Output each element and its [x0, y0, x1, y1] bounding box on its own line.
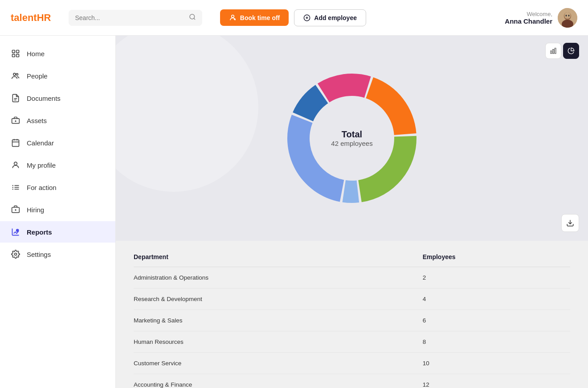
sidebar-label-people: People	[27, 72, 48, 80]
hiring-icon	[11, 205, 20, 215]
sidebar-item-my-profile[interactable]: My profile	[0, 154, 115, 176]
bar-chart-toggle-button[interactable]	[545, 43, 561, 59]
dept-count: 6	[414, 310, 570, 331]
donut-chart: Total 42 employees	[281, 67, 423, 210]
pie-chart-toggle-button[interactable]	[563, 43, 579, 59]
sidebar-item-calendar[interactable]: Calendar	[0, 132, 115, 153]
logo-talent: talent	[11, 12, 37, 24]
book-time-off-label: Book time off	[240, 14, 280, 21]
home-icon	[11, 49, 20, 58]
welcome-text: Welcome,	[505, 11, 552, 17]
logo-hr: HR	[37, 12, 51, 24]
sidebar-item-documents[interactable]: Documents	[0, 87, 115, 109]
svg-line-1	[194, 18, 195, 20]
sidebar-label-assets: Assets	[27, 117, 47, 124]
svg-point-18	[13, 73, 16, 75]
sidebar-label-for-action: For action	[27, 184, 57, 191]
table-row: Customer Service 10	[134, 353, 570, 374]
dept-count: 4	[414, 289, 570, 310]
add-employee-button[interactable]: Add employee	[294, 9, 366, 26]
total-count: 42 employees	[331, 140, 372, 147]
book-time-off-button[interactable]: Book time off	[220, 9, 289, 26]
department-table: Department Employees Administration & Op…	[134, 253, 570, 388]
sidebar-item-for-action[interactable]: For action	[0, 177, 115, 198]
svg-rect-42	[553, 50, 554, 54]
sidebar-label-settings: Settings	[27, 251, 51, 258]
download-button[interactable]	[561, 214, 579, 232]
svg-rect-16	[12, 54, 15, 57]
table-row: Human Resources 8	[134, 331, 570, 353]
svg-point-12	[566, 15, 567, 17]
search-bar[interactable]	[69, 10, 202, 26]
sidebar-label-home: Home	[27, 50, 45, 58]
table-row: Research & Development 4	[134, 289, 570, 310]
sidebar-item-people[interactable]: People	[0, 65, 115, 87]
svg-point-11	[564, 12, 571, 19]
people-icon	[11, 71, 20, 81]
dept-count: 2	[414, 267, 570, 289]
svg-point-2	[231, 15, 234, 18]
logo: talent HR	[11, 12, 51, 24]
layout: Home People Documents Assets	[0, 36, 588, 388]
settings-icon	[11, 249, 20, 259]
table-area: Department Employees Administration & Op…	[116, 241, 588, 388]
svg-rect-41	[551, 51, 552, 54]
svg-rect-17	[16, 54, 19, 57]
calendar-icon	[11, 138, 20, 148]
table-row: Marketing & Sales 6	[134, 310, 570, 331]
donut-center-text: Total 42 employees	[331, 129, 372, 147]
sidebar: Home People Documents Assets	[0, 36, 116, 388]
svg-point-13	[568, 15, 570, 17]
dept-count: 12	[414, 374, 570, 388]
user-name: Anna Chandler	[505, 17, 552, 25]
svg-point-29	[14, 162, 17, 165]
sidebar-item-reports[interactable]: Reports	[0, 221, 115, 243]
dept-name: Accounting & Finance	[134, 374, 414, 388]
search-input[interactable]	[75, 14, 185, 21]
chart-view-toggle	[545, 43, 579, 59]
dept-count: 8	[414, 331, 570, 353]
add-employee-label: Add employee	[314, 14, 357, 21]
sidebar-label-my-profile: My profile	[27, 161, 56, 169]
sidebar-item-assets[interactable]: Assets	[0, 110, 115, 131]
chart-bg-decoration	[116, 36, 258, 192]
sidebar-label-reports: Reports	[27, 228, 52, 236]
sidebar-item-home[interactable]: Home	[0, 43, 115, 64]
profile-icon	[11, 160, 20, 170]
sidebar-item-settings[interactable]: Settings	[0, 244, 115, 265]
reports-icon	[11, 227, 20, 237]
documents-icon	[11, 93, 20, 103]
col-employees: Employees	[414, 253, 570, 267]
dept-name: Customer Service	[134, 353, 414, 374]
total-label: Total	[331, 129, 372, 140]
header-actions: Book time off Add employee	[220, 9, 366, 26]
search-icon	[189, 13, 196, 22]
action-icon	[11, 182, 20, 192]
dept-name: Marketing & Sales	[134, 310, 414, 331]
user-info: Welcome, Anna Chandler	[505, 8, 577, 28]
sidebar-item-hiring[interactable]: Hiring	[0, 199, 115, 220]
svg-rect-15	[16, 50, 19, 53]
sidebar-label-documents: Documents	[27, 95, 61, 102]
dept-name: Human Resources	[134, 331, 414, 353]
assets-icon	[11, 116, 20, 125]
svg-point-0	[190, 14, 195, 19]
svg-rect-43	[555, 48, 556, 54]
sidebar-label-calendar: Calendar	[27, 139, 54, 147]
dept-count: 10	[414, 353, 570, 374]
table-row: Accounting & Finance 12	[134, 374, 570, 388]
main-content: Total 42 employees Department Employees	[116, 36, 588, 388]
dept-name: Administration & Operations	[134, 267, 414, 289]
svg-rect-14	[12, 50, 15, 53]
table-row: Administration & Operations 2	[134, 267, 570, 289]
svg-point-40	[15, 253, 17, 256]
sidebar-label-hiring: Hiring	[27, 206, 44, 214]
dept-name: Research & Development	[134, 289, 414, 310]
svg-rect-25	[12, 140, 19, 146]
chart-area: Total 42 employees	[116, 36, 588, 241]
header: talent HR Book time off Add employee Wel…	[0, 0, 588, 36]
svg-point-19	[16, 74, 18, 75]
user-greeting: Welcome, Anna Chandler	[505, 11, 552, 25]
avatar	[558, 8, 577, 28]
col-department: Department	[134, 253, 414, 267]
